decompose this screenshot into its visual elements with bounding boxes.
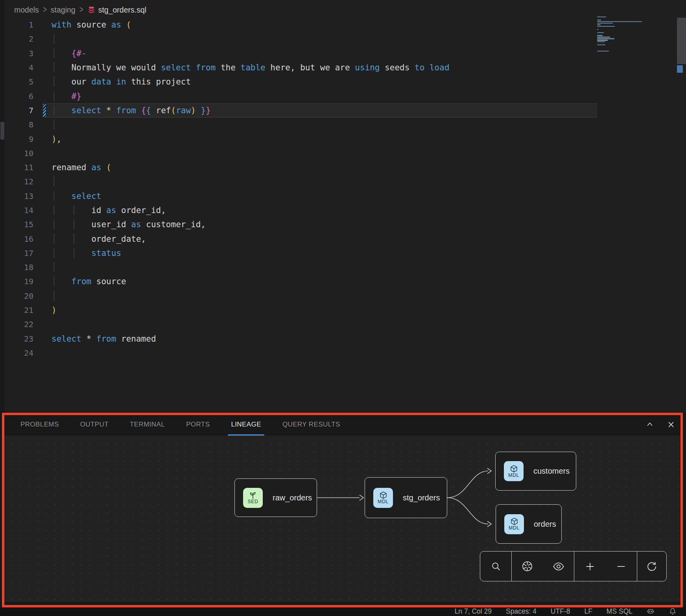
code-line-18[interactable]: 18│ <box>5 260 686 274</box>
cube-icon <box>379 491 387 499</box>
lineage-visibility-button[interactable] <box>549 557 568 576</box>
code-line-1[interactable]: 1with source as ( <box>5 18 686 32</box>
lineage-refresh-button[interactable] <box>642 557 661 576</box>
code-text: ), <box>52 134 61 144</box>
editor-scrollbar[interactable] <box>677 18 686 64</box>
code-text: with source as ( <box>52 20 131 29</box>
code-line-2[interactable]: 2│ <box>5 32 686 46</box>
lineage-canvas[interactable]: SED raw_orders MDL stg_orders <box>4 436 682 602</box>
tab-problems[interactable]: PROBLEMS <box>20 413 59 436</box>
lineage-aperture-button[interactable] <box>518 557 537 576</box>
minimap-line <box>597 38 614 39</box>
code-area[interactable]: 1with source as (2│3│ {#-4│ Normally we … <box>5 18 686 360</box>
minimap[interactable] <box>597 17 669 57</box>
breadcrumb-item-staging[interactable]: staging <box>51 6 76 15</box>
language-mode[interactable]: MS SQL <box>607 607 633 616</box>
copilot-status-button[interactable] <box>647 607 655 615</box>
code-text: │ │ order_date, <box>52 234 146 244</box>
breadcrumb: models > staging > stg_orders.sql <box>14 3 146 17</box>
code-text: │ <box>52 34 57 44</box>
line-number: 15 <box>5 220 33 229</box>
code-line-19[interactable]: 19│ from source <box>5 274 686 289</box>
minimap-line <box>597 41 605 42</box>
code-line-6[interactable]: 6│ #} <box>5 89 686 103</box>
code-text: │ │ status <box>52 248 121 258</box>
line-number: 6 <box>5 92 33 101</box>
code-text: │ Normally we would select from the tabl… <box>52 63 450 72</box>
chevron-up-icon[interactable] <box>645 420 655 429</box>
lineage-zoom-out-button[interactable] <box>612 557 631 576</box>
database-icon <box>87 6 96 14</box>
notifications-button[interactable] <box>669 607 677 615</box>
badge-label: SED <box>247 499 258 504</box>
node-label: stg_orders <box>403 493 440 502</box>
tab-lineage[interactable]: LINEAGE <box>231 413 261 436</box>
left-scroll-rail[interactable] <box>0 0 5 413</box>
aperture-icon <box>523 562 532 571</box>
code-line-15[interactable]: 15│ │ user_id as customer_id, <box>5 217 686 232</box>
minimap-line <box>597 37 610 37</box>
line-number: 21 <box>5 305 33 315</box>
code-text: │ select * from {{ ref(raw) }} <box>52 106 211 115</box>
lineage-node-customers[interactable]: MDL customers <box>495 452 576 491</box>
bell-icon <box>669 607 677 615</box>
lineage-node-raw-orders[interactable]: SED raw_orders <box>234 478 317 517</box>
line-number: 23 <box>5 334 33 344</box>
code-line-16[interactable]: 16│ │ order_date, <box>5 232 686 246</box>
edge-stg-to-customers <box>447 471 488 498</box>
encoding-setting[interactable]: UTF-8 <box>551 607 570 616</box>
lineage-node-orders[interactable]: MDL orders <box>496 504 562 544</box>
code-line-9[interactable]: 9), <box>5 132 686 146</box>
code-line-8[interactable]: 8│ <box>5 118 686 132</box>
line-number: 18 <box>5 263 33 272</box>
eol-setting[interactable]: LF <box>584 607 592 616</box>
code-line-5[interactable]: 5│ our data in this project <box>5 75 686 89</box>
code-line-12[interactable]: 12│ <box>5 175 686 189</box>
minimap-line <box>597 23 613 24</box>
close-icon[interactable] <box>666 420 676 429</box>
line-number: 5 <box>5 77 33 86</box>
lineage-zoom-in-button[interactable] <box>581 557 599 576</box>
plus-icon <box>586 563 594 570</box>
code-line-14[interactable]: 14│ │ id as order_id, <box>5 203 686 217</box>
tab-ports[interactable]: PORTS <box>186 413 210 436</box>
tab-terminal[interactable]: TERMINAL <box>130 413 165 436</box>
indentation-setting[interactable]: Spaces: 4 <box>506 607 537 616</box>
code-line-7[interactable]: 7│ select * from {{ ref(raw) }} <box>5 103 686 118</box>
code-line-20[interactable]: 20│ <box>5 289 686 303</box>
code-line-21[interactable]: 21) <box>5 303 686 317</box>
code-line-4[interactable]: 4│ Normally we would select from the tab… <box>5 61 686 75</box>
code-line-13[interactable]: 13│ select <box>5 189 686 203</box>
node-label: customers <box>533 467 570 476</box>
cube-icon <box>510 465 518 473</box>
vscode-window: models > staging > stg_orders.sql 1with … <box>0 0 686 616</box>
code-text: │ {#- <box>52 49 87 58</box>
left-scroll-thumb[interactable] <box>0 122 4 140</box>
code-line-22[interactable]: 22 <box>5 317 686 331</box>
panel-tab-bar: PROBLEMS OUTPUT TERMINAL PORTS LINEAGE Q… <box>0 413 686 436</box>
editor-pane: models > staging > stg_orders.sql 1with … <box>5 0 686 413</box>
code-line-11[interactable]: 11renamed as ( <box>5 160 686 175</box>
code-line-3[interactable]: 3│ {#- <box>5 46 686 61</box>
tab-output[interactable]: OUTPUT <box>80 413 109 436</box>
minimap-line <box>597 26 615 27</box>
minimap-line <box>597 40 608 40</box>
code-line-23[interactable]: 23select * from renamed <box>5 332 686 346</box>
cursor-position[interactable]: Ln 7, Col 29 <box>455 607 492 616</box>
tab-query-results[interactable]: QUERY RESULTS <box>282 413 340 436</box>
code-line-10[interactable]: 10 <box>5 146 686 160</box>
code-line-24[interactable]: 24 <box>5 346 686 360</box>
code-line-17[interactable]: 17│ │ status <box>5 246 686 260</box>
breadcrumb-file[interactable]: stg_orders.sql <box>87 6 146 15</box>
line-number: 16 <box>5 234 33 244</box>
minimap-line <box>597 17 606 17</box>
breadcrumb-separator: > <box>79 4 83 15</box>
lineage-search-button[interactable] <box>487 557 505 576</box>
cube-icon <box>510 517 518 526</box>
line-number: 2 <box>5 34 33 44</box>
node-label: orders <box>534 520 556 529</box>
model-badge: MDL <box>504 461 524 481</box>
badge-label: MDL <box>378 499 389 504</box>
breadcrumb-item-models[interactable]: models <box>14 6 39 15</box>
lineage-node-stg-orders[interactable]: MDL stg_orders <box>365 477 447 518</box>
